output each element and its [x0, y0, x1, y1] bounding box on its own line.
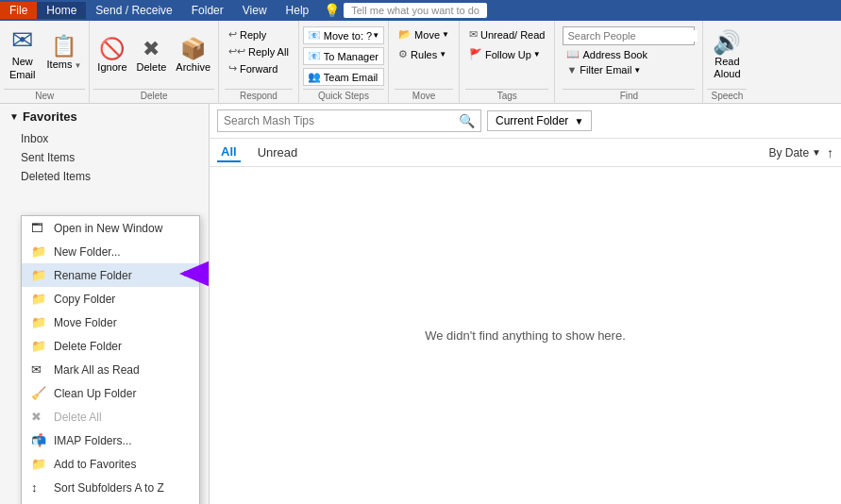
- reply-all-button[interactable]: ↩↩ Reply All: [225, 43, 293, 59]
- archive-button[interactable]: 📦 Archive: [172, 26, 214, 83]
- cm-delete-all-label: Delete All: [54, 411, 102, 424]
- menu-help[interactable]: Help: [277, 2, 319, 19]
- ignore-label: Ignore: [97, 61, 126, 73]
- to-manager-button[interactable]: 📧 To Manager: [303, 47, 384, 65]
- cm-move-folder[interactable]: 📁 Move Folder: [22, 311, 199, 334]
- cm-mark-all-read[interactable]: ✉ Mark All as Read: [22, 358, 199, 381]
- ribbon-group-delete-label: Delete: [93, 89, 214, 101]
- content-area: 🔍 Current Folder ▼ All Unread By Date ▼: [210, 104, 841, 504]
- ribbon-group-find-label: Find: [563, 89, 695, 101]
- cm-imap-icon: 📬: [31, 433, 50, 447]
- sidebar-item-inbox[interactable]: Inbox: [0, 129, 209, 148]
- menu-view[interactable]: View: [233, 2, 277, 19]
- sort-by-button[interactable]: By Date ▼: [768, 146, 821, 160]
- new-items-dropdown-arrow: ▼: [74, 61, 81, 70]
- cm-delete-all: ✖ Delete All: [22, 405, 199, 428]
- ribbon-group-new: ✉ New Email 📋 Items ▼ New: [0, 21, 90, 103]
- ignore-button[interactable]: 🚫 Ignore: [93, 26, 130, 83]
- read-aloud-button[interactable]: 🔊 Read Aloud: [709, 26, 745, 83]
- ribbon-group-move-label: Move: [395, 89, 453, 101]
- cm-open-label: Open in New Window: [54, 222, 162, 235]
- follow-up-button[interactable]: 🚩 Follow Up ▼: [465, 46, 549, 62]
- address-book-button[interactable]: 📖 Address Book: [563, 47, 695, 61]
- cm-new-folder-label: New Folder...: [54, 245, 121, 259]
- rules-button[interactable]: ⚙ Rules ▼: [395, 46, 453, 62]
- delete-button[interactable]: ✖ Delete: [133, 26, 171, 83]
- ribbon-group-tags-label: Tags: [465, 89, 549, 101]
- address-book-icon: 📖: [566, 48, 580, 60]
- cm-imap-label: IMAP Folders...: [54, 434, 131, 447]
- sort-order-button[interactable]: ↑: [827, 145, 833, 160]
- follow-up-icon: 🚩: [469, 48, 482, 60]
- search-bar: 🔍 Current Folder ▼: [210, 104, 841, 139]
- cm-sort-subfolders[interactable]: ↕ Sort Subfolders A to Z: [22, 476, 199, 499]
- team-email-button[interactable]: 👥 Team Email: [303, 68, 384, 86]
- favorites-header: ▼ Favorites: [0, 104, 209, 129]
- new-email-label: New Email: [9, 56, 36, 80]
- cm-rename-label: Rename Folder: [54, 269, 132, 282]
- menu-send-receive[interactable]: Send / Receive: [86, 2, 181, 19]
- read-aloud-icon: 🔊: [713, 29, 741, 56]
- cm-delete-all-icon: ✖: [31, 410, 50, 424]
- reply-icon: ↩: [228, 28, 237, 41]
- cm-delete-folder[interactable]: 📁 Delete Folder: [22, 334, 199, 358]
- team-email-icon: 👥: [308, 71, 321, 83]
- search-people-input[interactable]: [567, 30, 698, 42]
- sort-by-label: By Date: [768, 146, 809, 160]
- filter-email-button[interactable]: ▼ Filter Email ▼: [563, 63, 695, 76]
- ignore-icon: 🚫: [99, 37, 125, 61]
- current-folder-dropdown[interactable]: Current Folder ▼: [487, 110, 592, 131]
- tell-me-input[interactable]: Tell me what you want to do: [344, 3, 487, 18]
- sort-by-arrow: ▼: [812, 147, 821, 158]
- cm-rename-icon: 📁: [31, 268, 50, 282]
- tab-all[interactable]: All: [217, 143, 241, 162]
- cm-clean-up-folder[interactable]: 🧹 Clean Up Folder: [22, 381, 199, 405]
- address-book-label: Address Book: [582, 49, 647, 60]
- menu-file[interactable]: File: [0, 2, 37, 19]
- cm-add-fav-icon: 📁: [31, 457, 50, 471]
- reply-all-icon: ↩↩: [228, 45, 245, 58]
- cm-imap-folders[interactable]: 📬 IMAP Folders...: [22, 428, 199, 452]
- follow-up-label: Follow Up: [485, 49, 531, 60]
- reply-label: Reply: [240, 29, 266, 41]
- unread-read-button[interactable]: ✉ Unread/ Read: [465, 26, 549, 42]
- move-label: Move: [414, 29, 440, 41]
- cm-move-up[interactable]: ↑ Move Up: [22, 499, 199, 504]
- menu-home[interactable]: Home: [37, 2, 86, 19]
- forward-button[interactable]: ↪ Forward: [225, 60, 293, 76]
- ribbon-group-quicksteps: 📧 Move to: ? ▼ 📧 To Manager 👥 Team Email…: [299, 21, 389, 103]
- cm-open-new-window[interactable]: 🗔 Open in New Window: [22, 216, 199, 240]
- menu-folder[interactable]: Folder: [182, 2, 233, 19]
- empty-message-area: We didn't find anything to show here.: [210, 167, 841, 504]
- move-button[interactable]: 📂 Move ▼: [395, 26, 453, 42]
- sidebar-item-sent[interactable]: Sent Items: [0, 148, 209, 167]
- cm-move-icon: 📁: [31, 315, 50, 329]
- new-items-icon: 📋: [51, 34, 76, 59]
- cm-rename-folder[interactable]: 📁 Rename Folder: [22, 263, 199, 287]
- search-input[interactable]: [224, 114, 459, 127]
- cm-add-favorites[interactable]: 📁 Add to Favorites: [22, 452, 199, 476]
- cm-new-folder[interactable]: 📁 New Folder...: [22, 240, 199, 263]
- delete-icon: ✖: [143, 37, 160, 61]
- tab-unread-label: Unread: [258, 145, 298, 160]
- new-email-button[interactable]: ✉ New Email: [4, 23, 42, 83]
- empty-message: We didn't find anything to show here.: [425, 328, 626, 343]
- move-to-label: Move to: ?: [324, 30, 372, 42]
- move-to-button[interactable]: 📧 Move to: ? ▼: [303, 26, 384, 44]
- new-email-icon: ✉: [11, 25, 33, 56]
- ribbon-group-find: Search People 📖 Address Book ▼ Filter Em…: [555, 21, 703, 103]
- search-icon[interactable]: 🔍: [459, 113, 475, 128]
- cm-open-icon: 🗔: [31, 221, 50, 235]
- reply-button[interactable]: ↩ Reply: [225, 26, 293, 42]
- new-items-button[interactable]: 📋 Items ▼: [43, 23, 86, 83]
- ribbon-group-delete: 🚫 Ignore ✖ Delete 📦 Archive Delete: [90, 21, 219, 103]
- archive-label: Archive: [176, 61, 210, 73]
- cm-sort-label: Sort Subfolders A to Z: [54, 481, 164, 495]
- cm-move-label: Move Folder: [54, 316, 117, 329]
- delete-label: Delete: [137, 61, 167, 73]
- cm-sort-icon: ↕: [31, 480, 50, 495]
- sidebar-item-deleted[interactable]: Deleted Items: [0, 167, 209, 186]
- cm-copy-folder[interactable]: 📁 Copy Folder: [22, 287, 199, 311]
- tab-unread[interactable]: Unread: [254, 143, 302, 161]
- current-folder-label: Current Folder: [496, 114, 568, 127]
